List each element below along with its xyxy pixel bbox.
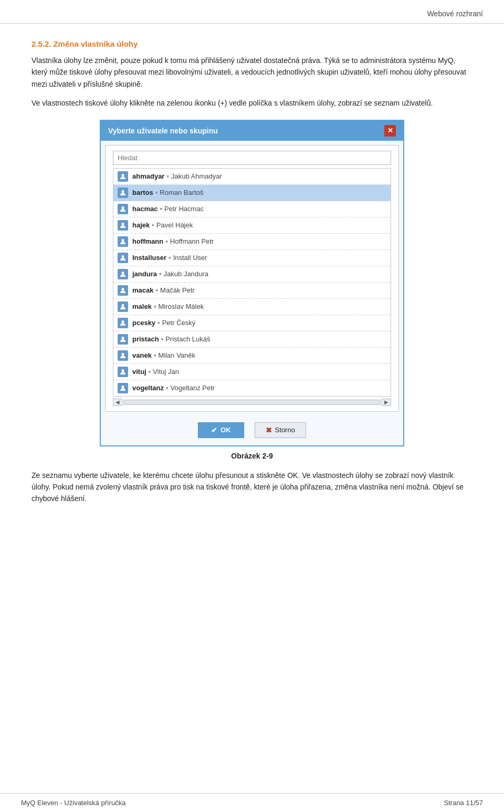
figure-caption: Obrázek 2-9 bbox=[32, 452, 472, 460]
separator: ▪ bbox=[160, 205, 162, 213]
avatar bbox=[118, 253, 128, 263]
fullname: Jakub Ahmadyar bbox=[171, 172, 222, 180]
avatar bbox=[118, 367, 128, 377]
dialog-titlebar: Vyberte uživatele nebo skupinu ✕ bbox=[101, 121, 403, 141]
fullname: Pristach Lukáš bbox=[165, 335, 210, 343]
list-item[interactable]: Installuser▪Install User bbox=[113, 250, 391, 266]
section-para1: Vlastníka úlohy lze změnit, pouze pokud … bbox=[32, 55, 472, 90]
svg-point-11 bbox=[122, 353, 124, 356]
svg-point-12 bbox=[122, 369, 124, 372]
list-item[interactable]: ahmadyar▪Jakub Ahmadyar bbox=[113, 169, 391, 185]
username: vogeltanz bbox=[132, 384, 164, 392]
avatar bbox=[118, 334, 128, 345]
svg-point-0 bbox=[122, 174, 124, 176]
section-para2: Ve vlastnostech tiskové úlohy klikněte n… bbox=[32, 97, 472, 109]
section-title: Změna vlastníka úlohy bbox=[53, 39, 138, 48]
separator: ▪ bbox=[158, 319, 160, 327]
username: hacmac bbox=[132, 205, 158, 213]
fullname: Jakub Jandura bbox=[164, 270, 208, 278]
search-input[interactable] bbox=[113, 151, 391, 165]
separator: ▪ bbox=[149, 368, 151, 376]
fullname: Miroslav Málek bbox=[158, 303, 204, 310]
list-item[interactable]: pristach▪Pristach Lukáš bbox=[113, 331, 391, 348]
username: hajek bbox=[132, 221, 150, 229]
avatar bbox=[118, 383, 128, 393]
main-content: 2.5.2. Změna vlastníka úlohy Vlastníka ú… bbox=[0, 24, 504, 554]
avatar bbox=[118, 285, 128, 296]
scroll-track bbox=[123, 400, 381, 405]
dialog-close-button[interactable]: ✕ bbox=[384, 125, 396, 137]
cancel-button[interactable]: ✖ Storno bbox=[255, 422, 306, 438]
username: malek bbox=[132, 303, 152, 310]
svg-point-7 bbox=[122, 288, 124, 290]
username: pristach bbox=[132, 335, 159, 343]
svg-point-13 bbox=[122, 386, 124, 388]
footer-right: Strana 11/57 bbox=[444, 799, 483, 807]
fullname: Milan Vaněk bbox=[158, 351, 195, 359]
ok-label: OK bbox=[220, 426, 231, 434]
list-item[interactable]: vogeltanz▪Vogeltanz Petr bbox=[113, 380, 391, 396]
list-item[interactable]: jandura▪Jakub Jandura bbox=[113, 266, 391, 283]
svg-point-3 bbox=[122, 223, 124, 225]
list-item[interactable]: bartos▪Roman Bartoš bbox=[113, 185, 391, 201]
fullname: Hoffmann Petr bbox=[170, 237, 214, 245]
avatar bbox=[118, 188, 128, 198]
dialog-wrapper: Vyberte uživatele nebo skupinu ✕ ahmadya… bbox=[32, 120, 472, 446]
fullname: Petr Český bbox=[162, 319, 196, 327]
separator: ▪ bbox=[155, 286, 158, 294]
avatar bbox=[118, 220, 128, 231]
section-heading: 2.5.2. Změna vlastníka úlohy bbox=[32, 39, 472, 48]
avatar bbox=[118, 236, 128, 247]
list-item[interactable]: vanek▪Milan Vaněk bbox=[113, 348, 391, 364]
svg-point-1 bbox=[122, 190, 124, 193]
fullname: Roman Bartoš bbox=[160, 189, 203, 196]
section-number: 2.5.2. bbox=[32, 39, 51, 48]
separator: ▪ bbox=[166, 384, 169, 392]
ok-button[interactable]: ✔ OK bbox=[198, 422, 244, 438]
username: ahmadyar bbox=[132, 172, 164, 180]
svg-point-6 bbox=[122, 272, 124, 274]
para3: Ze seznamu vyberte uživatele, ke kterému… bbox=[32, 470, 472, 505]
x-icon: ✖ bbox=[266, 426, 272, 434]
avatar bbox=[118, 350, 128, 361]
separator: ▪ bbox=[161, 335, 164, 343]
list-item[interactable]: vituj▪Vituj Jan bbox=[113, 364, 391, 380]
username: bartos bbox=[132, 189, 153, 196]
page-header: Webové rozhraní bbox=[0, 0, 504, 24]
scroll-left-button[interactable]: ◀ bbox=[113, 399, 122, 406]
separator: ▪ bbox=[155, 189, 158, 196]
list-item[interactable]: hajek▪Pavel Hájek bbox=[113, 217, 391, 234]
separator: ▪ bbox=[152, 221, 154, 229]
list-item[interactable]: macak▪Mačák Petr bbox=[113, 283, 391, 299]
list-item[interactable]: malek▪Miroslav Málek bbox=[113, 299, 391, 315]
scrollbar-row: ◀ ▶ bbox=[113, 399, 391, 406]
cancel-label: Storno bbox=[275, 426, 295, 434]
username: vanek bbox=[132, 351, 152, 359]
separator: ▪ bbox=[166, 172, 169, 180]
fullname: Vogeltanz Petr bbox=[171, 384, 215, 392]
username: pcesky bbox=[132, 319, 155, 327]
header-title: Webové rozhraní bbox=[427, 9, 483, 18]
username: hoffmann bbox=[132, 237, 163, 245]
avatar bbox=[118, 204, 128, 214]
svg-point-9 bbox=[122, 320, 124, 323]
avatar bbox=[118, 269, 128, 279]
list-item[interactable]: hacmac▪Petr Hacmac bbox=[113, 201, 391, 217]
username: jandura bbox=[132, 270, 157, 278]
username: macak bbox=[132, 286, 153, 294]
svg-point-2 bbox=[122, 206, 124, 209]
scroll-right-button[interactable]: ▶ bbox=[382, 399, 391, 406]
separator: ▪ bbox=[154, 351, 156, 359]
avatar bbox=[118, 171, 128, 182]
separator: ▪ bbox=[159, 270, 162, 278]
avatar bbox=[118, 301, 128, 312]
fullname: Petr Hacmac bbox=[164, 205, 204, 213]
page-footer: MyQ Eleven - Uživatelská příručka Strana… bbox=[0, 793, 504, 812]
list-item[interactable]: pcesky▪Petr Český bbox=[113, 315, 391, 331]
dialog: Vyberte uživatele nebo skupinu ✕ ahmadya… bbox=[100, 120, 404, 446]
svg-point-10 bbox=[122, 337, 124, 339]
list-item[interactable]: hoffmann▪Hoffmann Petr bbox=[113, 234, 391, 250]
check-icon: ✔ bbox=[211, 426, 217, 434]
separator: ▪ bbox=[165, 237, 168, 245]
username: vituj bbox=[132, 368, 146, 376]
